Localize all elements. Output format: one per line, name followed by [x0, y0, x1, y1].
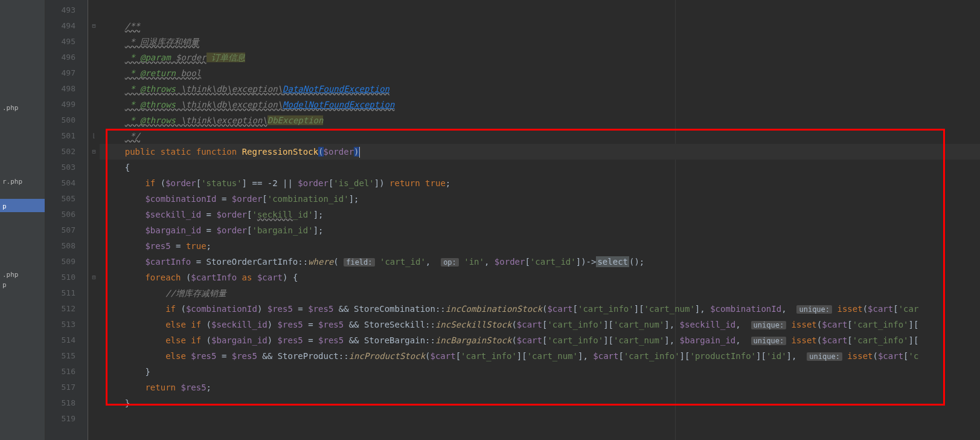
fold-marker[interactable] — [88, 411, 100, 427]
code-editor[interactable]: /** * 回退库存和销量 * @param $order 订单信息 * @re… — [100, 0, 980, 440]
line-number: 496 — [45, 50, 88, 65]
fold-marker[interactable] — [88, 348, 100, 364]
fold-marker[interactable] — [88, 65, 100, 81]
fold-marker[interactable] — [88, 191, 100, 207]
line-number: 509 — [45, 254, 88, 270]
code-line[interactable]: $cartInfo = StoreOrderCartInfo::where( f… — [100, 254, 980, 270]
fold-marker[interactable] — [88, 81, 100, 97]
line-number: 508 — [45, 238, 88, 254]
fold-marker[interactable] — [88, 395, 100, 411]
line-number-gutter: 4934944954964974984995005015025035045055… — [45, 0, 88, 440]
fold-marker[interactable]: ⊟ — [88, 270, 100, 285]
line-number: 507 — [45, 222, 88, 238]
code-line[interactable]: if ($order['status'] == -2 || $order['is… — [100, 175, 980, 191]
code-line[interactable]: * @throws \think\exception\DbException — [100, 112, 980, 128]
fold-marker[interactable] — [88, 317, 100, 332]
line-number: 497 — [45, 65, 88, 81]
fold-marker[interactable] — [88, 301, 100, 317]
line-number: 517 — [45, 380, 88, 395]
fold-marker[interactable]: ⌊ — [88, 128, 100, 144]
fold-marker[interactable] — [88, 364, 100, 380]
fold-marker[interactable] — [88, 2, 100, 18]
code-line[interactable]: public static function RegressionStock($… — [100, 144, 980, 160]
line-number: 513 — [45, 317, 88, 332]
line-number: 501 — [45, 128, 88, 144]
fold-marker[interactable] — [88, 175, 100, 191]
code-line[interactable]: $combinationId = $order['combination_id'… — [100, 191, 980, 207]
code-line[interactable]: * 回退库存和销量 — [100, 34, 980, 50]
fold-marker[interactable] — [88, 34, 100, 50]
sidebar-file[interactable]: r.php — [0, 176, 45, 187]
line-number: 506 — [45, 207, 88, 222]
code-line[interactable]: foreach ($cartInfo as $cart) { — [100, 270, 980, 285]
code-line[interactable]: * @throws \think\db\exception\DataNotFou… — [100, 81, 980, 97]
line-number: 498 — [45, 81, 88, 97]
code-line[interactable]: $res5 = true; — [100, 238, 980, 254]
fold-marker[interactable] — [88, 254, 100, 270]
line-number: 519 — [45, 411, 88, 427]
code-line[interactable]: $seckill_id = $order['seckill_id']; — [100, 207, 980, 222]
line-number: 505 — [45, 191, 88, 207]
line-number: 515 — [45, 348, 88, 364]
code-line[interactable]: */ — [100, 128, 980, 144]
line-number: 512 — [45, 301, 88, 317]
fold-marker[interactable] — [88, 160, 100, 175]
fold-marker[interactable] — [88, 380, 100, 395]
code-line[interactable] — [100, 411, 980, 427]
code-line[interactable]: * @return bool — [100, 65, 980, 81]
code-line[interactable]: //增库存减销量 — [100, 285, 980, 301]
fold-marker[interactable] — [88, 207, 100, 222]
code-line[interactable]: else if ($seckill_id) $res5 = $res5 && S… — [100, 317, 980, 332]
sidebar-file[interactable]: .php — [0, 270, 45, 280]
code-line[interactable]: } — [100, 364, 980, 380]
line-number: 503 — [45, 160, 88, 175]
code-line[interactable]: { — [100, 160, 980, 175]
fold-marker[interactable] — [88, 332, 100, 348]
code-line[interactable]: /** — [100, 18, 980, 34]
sidebar-file-selected[interactable]: p — [0, 199, 45, 212]
line-number: 504 — [45, 175, 88, 191]
line-number: 514 — [45, 332, 88, 348]
code-line[interactable]: * @throws \think\db\exception\ModelNotFo… — [100, 97, 980, 112]
fold-marker[interactable] — [88, 285, 100, 301]
line-number: 502 — [45, 144, 88, 160]
fold-marker[interactable] — [88, 222, 100, 238]
line-number: 493 — [45, 2, 88, 18]
code-line[interactable] — [100, 2, 980, 18]
code-line[interactable]: if ($combinationId) $res5 = $res5 && Sto… — [100, 301, 980, 317]
code-line[interactable]: * @param $order 订单信息 — [100, 50, 980, 65]
line-number: 494 — [45, 18, 88, 34]
file-sidebar[interactable]: .php r.php p .php p — [0, 0, 45, 440]
line-number: 499 — [45, 97, 88, 112]
sidebar-file[interactable]: p — [0, 280, 45, 290]
code-line[interactable]: else if ($bargain_id) $res5 = $res5 && S… — [100, 332, 980, 348]
line-number: 500 — [45, 112, 88, 128]
line-number: 511 — [45, 285, 88, 301]
line-number: 495 — [45, 34, 88, 50]
code-line[interactable]: else $res5 = $res5 && StoreProduct::incP… — [100, 348, 980, 364]
code-line[interactable]: return $res5; — [100, 380, 980, 395]
line-number: 518 — [45, 395, 88, 411]
sidebar-file[interactable]: .php — [0, 103, 45, 113]
code-line[interactable]: $bargain_id = $order['bargain_id']; — [100, 222, 980, 238]
fold-marker[interactable] — [88, 112, 100, 128]
fold-column[interactable]: ⊟⌊⊟⊟ — [88, 0, 100, 440]
fold-marker[interactable] — [88, 50, 100, 65]
fold-marker[interactable] — [88, 238, 100, 254]
line-number: 510 — [45, 270, 88, 285]
ide-container: .php r.php p .php p 49349449549649749849… — [0, 0, 980, 440]
line-number: 516 — [45, 364, 88, 380]
code-line[interactable]: } — [100, 395, 980, 411]
fold-marker[interactable] — [88, 97, 100, 112]
fold-marker[interactable]: ⊟ — [88, 144, 100, 160]
fold-marker[interactable]: ⊟ — [88, 18, 100, 34]
